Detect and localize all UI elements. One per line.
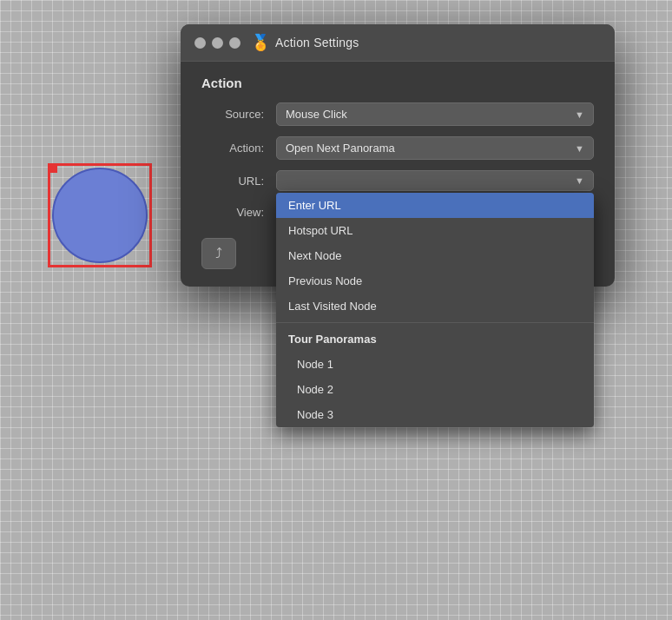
section-label: Action (201, 76, 594, 90)
hotspot-container[interactable] (48, 163, 152, 267)
title-icon: 🏅 (251, 33, 270, 52)
window-title: Action Settings (275, 36, 359, 49)
action-settings-modal: 🏅 Action Settings Action Source: Mouse C… (181, 24, 615, 287)
dropdown-item-last-visited[interactable]: Last Visited Node (276, 294, 594, 319)
source-value: Mouse Click (286, 108, 347, 121)
hotspot-selection (48, 163, 152, 267)
source-label: Source: (201, 108, 264, 121)
view-label: View: (201, 206, 264, 219)
dropdown-group-header: Tour Panoramas (276, 326, 594, 352)
url-dropdown[interactable]: ▼ (276, 170, 594, 191)
minimize-button[interactable] (212, 37, 223, 49)
modal-content: Action Source: Mouse Click ▼ Action: Ope… (181, 62, 615, 287)
dropdown-item-node1[interactable]: Node 1 (276, 352, 594, 377)
dropdown-item-node3[interactable]: Node 3 (276, 402, 594, 427)
action-row: Action: Open Next Panorama ▼ (201, 136, 594, 160)
action-value: Open Next Panorama (286, 142, 395, 155)
window-controls (194, 37, 240, 49)
dropdown-item-previous-node[interactable]: Previous Node (276, 268, 594, 294)
dropdown-item-enter-url[interactable]: Enter URL (276, 193, 594, 218)
source-dropdown[interactable]: Mouse Click ▼ (276, 102, 594, 126)
source-dropdown-arrow: ▼ (575, 109, 584, 120)
share-icon: ⤴ (215, 246, 222, 261)
url-dropdown-menu: Enter URL Hotspot URL Next Node Previous… (276, 193, 594, 427)
url-row: URL: ▼ Enter URL Hotspot URL Next Node P… (201, 170, 594, 191)
dropdown-item-hotspot-url[interactable]: Hotspot URL (276, 218, 594, 243)
source-row: Source: Mouse Click ▼ (201, 102, 594, 126)
dropdown-item-next-node[interactable]: Next Node (276, 243, 594, 268)
dropdown-item-node2[interactable]: Node 2 (276, 377, 594, 402)
action-dropdown-arrow: ▼ (575, 143, 584, 154)
url-label: URL: (201, 175, 264, 188)
dropdown-separator (276, 322, 594, 323)
url-dropdown-wrapper: ▼ Enter URL Hotspot URL Next Node Previo… (276, 170, 594, 191)
action-dropdown[interactable]: Open Next Panorama ▼ (276, 136, 594, 160)
share-button[interactable]: ⤴ (201, 238, 236, 269)
close-button[interactable] (194, 37, 206, 49)
title-bar: 🏅 Action Settings (181, 24, 615, 62)
url-dropdown-arrow: ▼ (575, 175, 584, 186)
action-label: Action: (201, 142, 264, 155)
maximize-button[interactable] (229, 37, 240, 49)
